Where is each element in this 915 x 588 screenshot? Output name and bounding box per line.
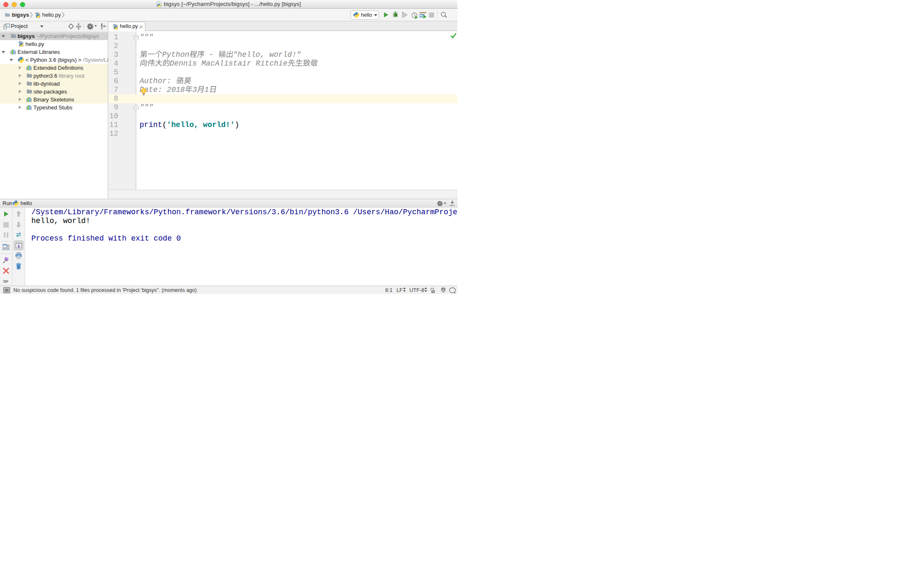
- svg-text:T: T: [432, 290, 434, 293]
